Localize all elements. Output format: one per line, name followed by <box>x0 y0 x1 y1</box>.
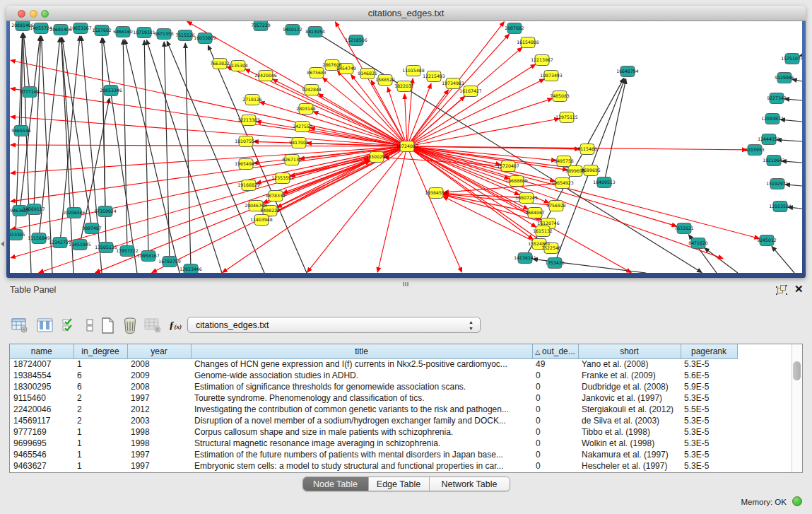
graph-node-label: 18807249 <box>515 195 538 200</box>
graph-node-label: 11451945 <box>69 242 91 247</box>
window-titlebar[interactable]: citations_edges.txt <box>6 6 806 21</box>
column-header-year[interactable]: year <box>127 344 191 358</box>
graph-node-label: 9245012 <box>757 238 777 243</box>
panel-collapse-arrow[interactable] <box>1 241 4 247</box>
table-row[interactable]: 1938455462009Genome-wide association stu… <box>10 370 737 381</box>
graph-node-label: 15192971 <box>766 181 789 186</box>
graph-node-label: 11403948 <box>250 217 273 222</box>
table-cell: 18724007 <box>10 358 73 370</box>
graph-node-label: 1615132 <box>533 228 553 233</box>
column-header-in_degree[interactable]: in_degree <box>73 344 127 358</box>
table-cell: 0 <box>532 392 578 404</box>
table-cell: 49 <box>532 358 578 370</box>
table-cell: 5.3E-5 <box>681 415 737 426</box>
graph-node-label: 9129946 <box>775 75 794 80</box>
table-scrollbar-thumb[interactable] <box>793 361 801 380</box>
graph-node-label: 9115460 <box>577 146 597 151</box>
graph-node-label: 16648794 <box>616 69 639 74</box>
graph-node-label: 2718126 <box>242 97 262 102</box>
table-cell: 0 <box>532 426 578 438</box>
table-row[interactable]: 911546021997Tourette syndrome. Phenomeno… <box>10 392 737 404</box>
table-cell: 1998 <box>127 438 191 449</box>
table-cell: 14569117 <box>10 415 73 426</box>
table-row[interactable]: 1456911722003Disruption of a novel membe… <box>10 415 737 426</box>
graph-node-label: 16409513 <box>593 180 616 185</box>
close-panel-icon[interactable]: ✕ <box>794 284 804 295</box>
graph-node-label: 22420046 <box>254 73 277 78</box>
table-cell: Embryonic stem cells: a model to study s… <box>191 460 532 472</box>
graph-node-label: 3822037 <box>394 83 414 88</box>
graph-node-label: 13505135 <box>95 245 117 250</box>
table-cell: 5.9E-5 <box>681 381 737 392</box>
table-cell: Dudbridge et al. (2008) <box>578 381 681 392</box>
table-cell: 2 <box>73 404 127 415</box>
graph-node-label: 15751074 <box>781 56 802 61</box>
graph-node-label: 8454749 <box>336 66 356 71</box>
table-cell: 0 <box>532 449 578 460</box>
table-cell: Genome-wide association studies in ADHD. <box>191 370 532 381</box>
table-cell: 0 <box>532 381 578 392</box>
column-header-pagerank[interactable]: pagerank <box>681 344 737 358</box>
table-cell: 6 <box>73 370 127 381</box>
table-cell: 0 <box>532 438 578 449</box>
table-cell: 18300295 <box>10 381 73 392</box>
table-row[interactable]: 969969511998Structural magnetic resonanc… <box>10 438 737 449</box>
table-cell: 5.3E-5 <box>681 426 737 438</box>
table-cell: Investigating the contribution of common… <box>191 404 532 415</box>
table-selector-dropdown[interactable]: citations_edges.txt ▲▼ <box>187 317 481 333</box>
column-header-title[interactable]: title <box>191 344 532 358</box>
table-toolbar: ƒ(x) citations_edges.txt ▲▼ <box>0 314 812 338</box>
graph-node-label: 20046768 <box>245 203 267 208</box>
table-row[interactable]: 1872400712008Changes of HCN gene express… <box>10 358 737 370</box>
table-row[interactable]: 946554611997Estimation of the future num… <box>10 449 737 460</box>
graph-node-label: 12353593 <box>271 175 294 180</box>
graph-node-label: 19166829 <box>237 182 260 187</box>
tab-network-table[interactable]: Network Table <box>429 477 510 491</box>
table-cell: Structural magnetic resonance image aver… <box>191 438 532 449</box>
table-row[interactable]: 946362711997Embryonic stem cells: a mode… <box>10 460 737 472</box>
float-panel-icon[interactable] <box>777 285 787 295</box>
table-cell: 9465546 <box>10 449 73 460</box>
network-graph-canvas[interactable]: 2089140614055724206914061065326715276026… <box>10 21 802 273</box>
table-cell: 5.3E-5 <box>681 438 737 449</box>
table-cell: 5.5E-5 <box>681 404 737 415</box>
table-settings-icon[interactable] <box>10 315 30 335</box>
delete-trash-icon[interactable] <box>120 315 140 335</box>
table-cell: 2003 <box>127 415 191 426</box>
tab-edge-table[interactable]: Edge Table <box>368 477 429 491</box>
delete-table-icon <box>143 315 163 335</box>
row-height-icon[interactable] <box>80 315 100 335</box>
table-cell: 9699695 <box>10 438 73 449</box>
function-builder-icon[interactable]: ƒ(x) <box>165 315 185 335</box>
table-row[interactable]: 1830029562008Estimation of significance … <box>10 381 737 392</box>
column-header-name[interactable]: name <box>10 344 73 358</box>
graph-node-label: 19734983 <box>442 81 464 86</box>
table-cell: Estimation of the future numbers of pati… <box>191 449 532 460</box>
table-cell: 6 <box>73 381 127 392</box>
table-cell: Tourette syndrome. Phenomenology and cla… <box>191 392 532 404</box>
table-columns-icon[interactable] <box>35 315 55 335</box>
graph-node-label: 15720407 <box>497 163 519 168</box>
graph-node-label: 1588520 <box>375 77 395 82</box>
graph-node-label: 16782759 <box>158 259 181 264</box>
table-cell: 9115460 <box>10 392 73 404</box>
graph-node-label: 8495758 <box>554 158 574 163</box>
table-row[interactable]: 2242004622012Investigating the contribut… <box>10 404 737 415</box>
graph-node-label: 12923446 <box>180 267 202 271</box>
table-row[interactable]: 977716911998Corpus callosum shape and si… <box>10 426 737 438</box>
table-cell: 1 <box>73 449 127 460</box>
memory-status-indicator[interactable] <box>792 496 802 506</box>
dropdown-arrows-icon: ▲▼ <box>469 319 473 332</box>
tab-node-table[interactable]: Node Table <box>303 477 368 491</box>
table-cell: Tibbo et al. (1998) <box>578 426 681 438</box>
column-header-out_de[interactable]: △out_de... <box>532 344 578 358</box>
new-file-icon[interactable] <box>98 315 117 335</box>
column-header-short[interactable]: short <box>578 344 681 358</box>
graph-node-label: 9756928 <box>546 203 566 208</box>
table-cell: 5.3E-5 <box>681 460 737 472</box>
graph-node-label: 6466160 <box>113 29 133 34</box>
table-scrollbar-track[interactable] <box>792 344 802 472</box>
table-cell: 1 <box>73 438 127 449</box>
select-columns-icon[interactable] <box>59 315 79 335</box>
graph-node-label: 7357229 <box>251 23 271 28</box>
